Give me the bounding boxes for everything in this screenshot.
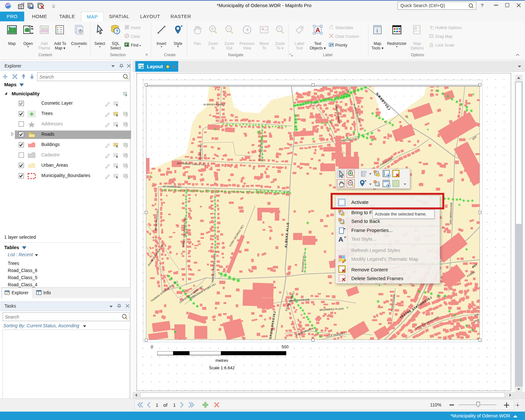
svg-text:i: i xyxy=(38,291,39,295)
svg-text:A: A xyxy=(338,236,343,243)
svg-text:1: 1 xyxy=(173,402,176,408)
svg-text:A: A xyxy=(315,26,320,34)
svg-text:?: ? xyxy=(116,29,118,34)
svg-text:1: 1 xyxy=(330,43,331,47)
svg-text:i: i xyxy=(376,28,378,34)
svg-text:?: ? xyxy=(278,27,280,31)
svg-text:of: of xyxy=(163,402,168,408)
svg-text:1: 1 xyxy=(156,402,158,408)
